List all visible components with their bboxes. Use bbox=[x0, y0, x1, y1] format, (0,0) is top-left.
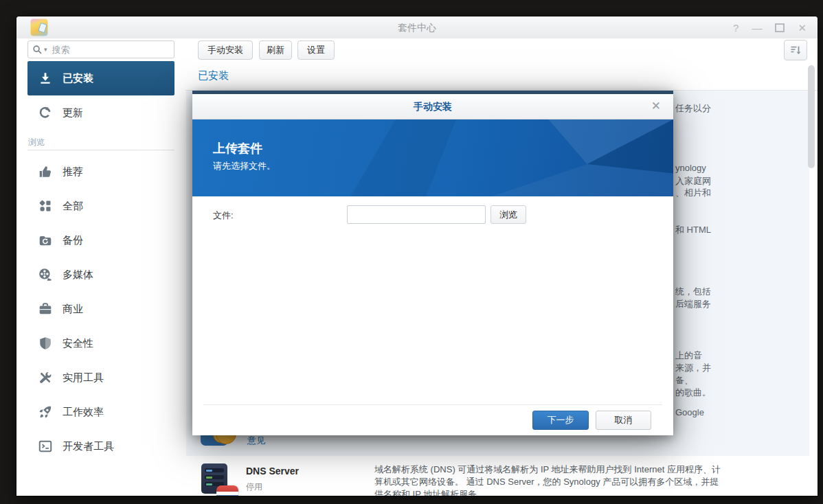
dns-server-icon bbox=[200, 463, 238, 496]
backup-icon bbox=[38, 233, 53, 248]
file-field-label: 文件: bbox=[213, 209, 234, 222]
package-desc-fragment: 上的音 bbox=[675, 350, 702, 362]
tools-icon bbox=[38, 370, 53, 385]
sidebar-item-update[interactable]: 更新 bbox=[27, 100, 174, 125]
manual-install-dialog: 手动安装 ✕ 上传套件 请先选择文件。 文件: 浏览 下一步 取消 bbox=[192, 91, 673, 435]
search-icon bbox=[32, 45, 43, 55]
window-title: 套件中心 bbox=[16, 16, 818, 38]
package-desc-fragment: 的歌曲。 bbox=[675, 387, 711, 399]
package-desc-fragment: 任务以分 bbox=[675, 102, 711, 115]
sidebar-divider bbox=[27, 150, 174, 150]
package-desc-fragment: Google bbox=[675, 407, 704, 417]
sidebar-item-label: 更新 bbox=[63, 106, 83, 119]
browse-button[interactable]: 浏览 bbox=[491, 205, 526, 224]
sidebar-item-productivity[interactable]: 工作效率 bbox=[27, 400, 174, 424]
film-reel-icon bbox=[38, 267, 53, 282]
sidebar-item-label: 安全性 bbox=[63, 337, 93, 350]
package-desc-fragment: 和 HTML bbox=[675, 224, 711, 236]
sidebar-item-label: 备份 bbox=[63, 234, 83, 247]
thumb-up-icon bbox=[38, 164, 53, 179]
maximize-icon[interactable] bbox=[775, 23, 785, 32]
package-description: 域名解析系统 (DNS) 可通过将域名解析为 IP 地址来帮助用户找到 Inte… bbox=[374, 463, 721, 496]
refresh-button[interactable]: 刷新 bbox=[259, 41, 292, 60]
package-desc-fragment: ynology bbox=[675, 163, 706, 173]
sidebar-item-label: 全部 bbox=[63, 200, 83, 213]
minimize-icon[interactable]: — bbox=[752, 23, 762, 33]
package-desc-fragment: 入家庭网 bbox=[675, 175, 711, 187]
sidebar-item-backup[interactable]: 备份 bbox=[27, 228, 174, 253]
chevron-down-icon[interactable]: ▾ bbox=[44, 46, 47, 53]
sidebar-item-label: 已安装 bbox=[63, 72, 93, 85]
package-desc-fragment: 统，包括 bbox=[675, 286, 711, 298]
sidebar-item-recommended[interactable]: 推荐 bbox=[27, 159, 174, 184]
sidebar-item-utilities[interactable]: 实用工具 bbox=[27, 365, 174, 390]
download-icon bbox=[38, 71, 53, 86]
dialog-body: 文件: 浏览 bbox=[192, 196, 673, 405]
search-input[interactable] bbox=[51, 44, 170, 56]
dialog-banner: 上传套件 请先选择文件。 bbox=[192, 119, 673, 196]
footer-divider bbox=[203, 404, 662, 405]
sidebar-item-label: 推荐 bbox=[63, 165, 83, 179]
sidebar-section-browse: 浏览 bbox=[28, 137, 45, 148]
search-box[interactable]: ▾ bbox=[27, 41, 174, 58]
dialog-title: 手动安装 bbox=[192, 94, 673, 119]
terminal-icon bbox=[38, 439, 53, 454]
refresh-icon bbox=[38, 105, 53, 120]
close-icon[interactable]: ✕ bbox=[798, 23, 807, 33]
package-desc-fragment: 、相片和 bbox=[675, 187, 711, 199]
package-status: 停用 bbox=[246, 481, 262, 493]
help-icon[interactable]: ? bbox=[733, 23, 739, 33]
file-path-input[interactable] bbox=[347, 205, 486, 224]
dialog-header: 手动安装 ✕ bbox=[192, 94, 673, 119]
page-title: 已安装 bbox=[198, 69, 229, 82]
next-button[interactable]: 下一步 bbox=[532, 411, 589, 430]
close-icon[interactable]: ✕ bbox=[651, 94, 661, 119]
description-line: 供名称和 IP 地址解析服务。 bbox=[374, 488, 721, 496]
sidebar-item-security[interactable]: 安全性 bbox=[27, 331, 174, 356]
sidebar-item-label: 实用工具 bbox=[63, 371, 104, 385]
rocket-icon bbox=[38, 404, 53, 420]
banner-subtitle: 请先选择文件。 bbox=[213, 160, 275, 172]
cancel-button[interactable]: 取消 bbox=[596, 411, 651, 430]
sidebar-item-multimedia[interactable]: 多媒体 bbox=[27, 262, 174, 287]
settings-button[interactable]: 设置 bbox=[297, 41, 335, 60]
sidebar: ▾ 已安装 更新 浏览 bbox=[16, 38, 186, 496]
sidebar-item-business[interactable]: 商业 bbox=[27, 297, 174, 321]
sidebar-item-label: 开发者工具 bbox=[63, 440, 114, 453]
sidebar-item-developer-tools[interactable]: 开发者工具 bbox=[27, 434, 174, 459]
package-name: DNS Server bbox=[246, 466, 299, 477]
grid-icon bbox=[38, 198, 53, 214]
description-line: 域名解析系统 (DNS) 可通过将域名解析为 IP 地址来帮助用户找到 Inte… bbox=[374, 463, 721, 476]
sidebar-item-label: 多媒体 bbox=[63, 268, 93, 282]
package-desc-fragment: 后端服务 bbox=[675, 298, 711, 310]
description-line: 算机或其它网络设备。 通过 DNS Server，您的 Synology 产品可… bbox=[374, 476, 721, 488]
window-titlebar: 套件中心 ? — ✕ bbox=[16, 16, 818, 39]
sidebar-item-all[interactable]: 全部 bbox=[27, 194, 174, 218]
sidebar-item-installed[interactable]: 已安装 bbox=[27, 61, 174, 95]
manual-install-button[interactable]: 手动安装 bbox=[198, 41, 253, 60]
sidebar-item-label: 商业 bbox=[63, 303, 83, 316]
briefcase-icon bbox=[38, 301, 53, 317]
package-desc-fragment: 备、 bbox=[675, 374, 693, 387]
sidebar-item-label: 工作效率 bbox=[63, 406, 104, 419]
banner-title: 上传套件 bbox=[213, 140, 262, 157]
sort-button[interactable] bbox=[784, 40, 807, 60]
package-desc-fragment: 来源，并 bbox=[675, 362, 711, 374]
shield-icon bbox=[38, 336, 53, 351]
scrollbar-thumb[interactable] bbox=[808, 65, 815, 168]
feedback-link[interactable]: 意见 bbox=[247, 435, 265, 447]
sort-descending-icon bbox=[789, 44, 802, 56]
